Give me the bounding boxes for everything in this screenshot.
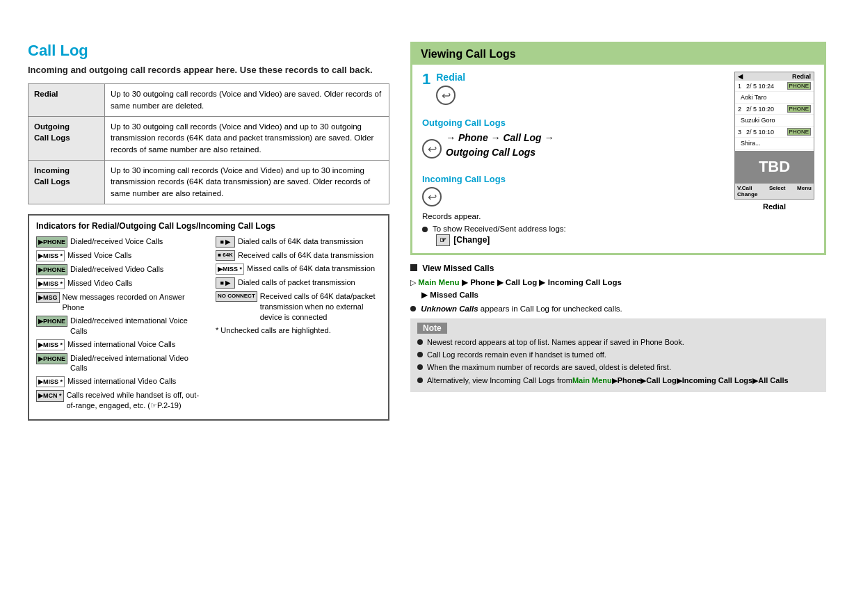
viewing-content: 1 Redial ↩ Outgoing Call Logs ↩ → Phone … xyxy=(412,65,824,253)
incoming-link: Incoming Call Logs xyxy=(682,375,752,386)
dialed-packet-icon: ■ ▶ xyxy=(216,277,235,289)
no-connect-icon: NO CONNECT xyxy=(216,291,257,302)
arrow-icon-4: ▶ xyxy=(421,290,430,300)
row-num-2: 2 xyxy=(738,106,746,113)
step1-label: Redial xyxy=(436,72,465,83)
indicator-text: Dialed/received international Voice Call… xyxy=(70,316,202,337)
to-show: To show Received/Sent address logs: xyxy=(422,225,724,233)
indicator-item: ▶MISS * Missed Voice Calls xyxy=(36,250,202,261)
table-content-incoming: Up to 30 incoming call records (Voice an… xyxy=(105,160,389,204)
row-num-3: 3 xyxy=(738,129,746,136)
indicator-item: ▶MISS * Missed international Video Calls xyxy=(36,376,202,387)
row-date-2: 2/ 5 10:20 xyxy=(746,106,787,113)
note-text-3: When the maximum number of records are s… xyxy=(427,362,671,373)
video-calls-icon: ▶PHONE xyxy=(36,264,67,275)
allcalls-link: All Calls xyxy=(758,375,788,386)
indicator-item: ▶MCN * Calls received while handset is o… xyxy=(36,390,202,411)
note-title: Note xyxy=(417,323,447,334)
phone-screen-header: ◀ Redial xyxy=(735,72,814,81)
note-item-1: Newest record appears at top of list. Na… xyxy=(417,337,819,348)
phone-link: Phone xyxy=(618,375,641,386)
note-arrow2: ▶ xyxy=(640,375,646,386)
outgoing-path-row: ↩ → Phone → Call Log → Outgoing Call Log… xyxy=(422,131,724,167)
main-menu-text: Main Menu xyxy=(418,278,459,286)
indicator-item: ▶MISS * Missed calls of 64K data transmi… xyxy=(216,264,381,275)
unchecked-note: * Unchecked calls are highlighted. xyxy=(216,326,381,334)
table-row: OutgoingCall Logs Up to 30 outgoing call… xyxy=(29,116,389,160)
indicator-item: NO CONNECT Received calls of 64K data/pa… xyxy=(216,291,381,323)
indicator-item: ■ ▶ Dialed calls of 64K data transmissio… xyxy=(216,236,381,248)
note-text-1: Newest record appears at top of list. Na… xyxy=(427,337,684,348)
phone-screenshot: ◀ Redial 1 2/ 5 10:24 PHONE Aoki Taro xyxy=(731,72,814,246)
records-appear: Records appear. xyxy=(422,212,724,220)
main-table: Redial Up to 30 outgoing call records (V… xyxy=(28,83,389,204)
phone-text: Phone xyxy=(470,278,494,286)
arrow-triangle-icon: ▷ xyxy=(410,278,416,286)
indicators-left: ▶PHONE Dialed/received Voice Calls ▶MISS… xyxy=(36,236,202,414)
arrow1: → xyxy=(446,132,458,143)
received-64k-icon: ■ 64K xyxy=(216,250,235,261)
indicator-text: Dialed/received international Video Call… xyxy=(70,353,202,374)
indicators-grid: ▶PHONE Dialed/received Voice Calls ▶MISS… xyxy=(36,236,381,414)
voice-calls-icon: ▶PHONE xyxy=(36,236,67,248)
missed-64k-icon: ▶MISS * xyxy=(216,264,244,275)
indicator-text: Missed Voice Calls xyxy=(67,250,202,261)
viewing-box: Viewing Call Logs 1 Redial ↩ Outgoing Ca… xyxy=(410,42,826,255)
indicator-item: ▶MISS * Missed international Voice Calls xyxy=(36,339,202,350)
unknown-calls-italic: Unknown Calls xyxy=(421,305,478,313)
square-bullet-icon xyxy=(410,264,417,271)
bullet-circle-icon xyxy=(410,306,416,311)
step1-content: Redial ↩ xyxy=(436,72,465,111)
mcn-icon: ▶MCN * xyxy=(36,390,64,401)
header-left: ◀ xyxy=(738,73,743,80)
intl-voice-icon: ▶PHONE xyxy=(36,316,67,327)
phone-row-name-2: Suzuki Goro xyxy=(735,115,814,127)
change-button[interactable]: ☞ [Change] xyxy=(436,234,490,246)
outgoing-calllog-text: Outgoing Call Logs xyxy=(446,147,535,158)
indicator-text: Missed international Video Calls xyxy=(67,376,202,387)
row-date-1: 2/ 5 10:24 xyxy=(746,83,787,90)
page-wrapper: Call Log Incoming and outgoing call reco… xyxy=(0,0,854,616)
indicator-item: ▶PHONE Dialed/received international Vid… xyxy=(36,353,202,374)
indicator-text: Missed Video Calls xyxy=(67,278,202,289)
unknown-calls-text: appears in Call Log for unchecked calls. xyxy=(481,305,622,313)
phone-text: Phone xyxy=(458,132,488,143)
phone-footer: V.CallChange Select Menu xyxy=(735,183,814,199)
header-right: Redial xyxy=(792,73,811,80)
unknown-calls-line: Unknown Calls appears in Call Log for un… xyxy=(410,305,826,313)
note-bullet-icon xyxy=(417,364,423,370)
indicator-text: Calls received while handset is off, out… xyxy=(67,390,202,411)
row-name-2: Suzuki Goro xyxy=(738,116,778,124)
note-arrow3: ▶ xyxy=(677,375,682,386)
note-text-2: Call Log records remain even if handset … xyxy=(427,350,606,360)
footer-left: V.CallChange xyxy=(737,185,757,197)
arrow-icon-3: ▶ xyxy=(539,277,547,287)
bullet-icon xyxy=(422,227,428,232)
indicator-text: New messages recorded on Answer Phone xyxy=(63,292,202,313)
redial-button-icon: ↩ xyxy=(436,86,456,105)
calllog-text: Call Log xyxy=(503,132,541,143)
phone-row-name-3: Shira... xyxy=(735,138,814,149)
intl-video-icon: ▶PHONE xyxy=(36,353,67,364)
incoming-section: Incoming Call Logs ↩ xyxy=(422,174,724,206)
row-icon-2: PHONE xyxy=(787,105,811,113)
step-number: 1 xyxy=(422,70,430,88)
note-item-2: Call Log records remain even if handset … xyxy=(417,350,819,360)
indicators-title: Indicators for Redial/Outgoing Call Logs… xyxy=(36,221,381,231)
footer-right: Menu xyxy=(797,185,812,197)
table-label-incoming: IncomingCall Logs xyxy=(29,160,105,204)
right-column: Viewing Call Logs 1 Redial ↩ Outgoing Ca… xyxy=(410,42,826,588)
indicator-text: Dialed calls of packet transmission xyxy=(238,277,381,288)
arrow2: → xyxy=(488,132,503,143)
table-content-outgoing: Up to 30 outgoing call records (Voice an… xyxy=(105,116,389,160)
indicator-item: ▶MISS * Missed Video Calls xyxy=(36,278,202,289)
view-missed-header: View Missed Calls xyxy=(410,264,826,273)
note-bullet-icon xyxy=(417,352,423,357)
arrow-icon-1: ▶ xyxy=(462,277,470,287)
phone-row-1: 1 2/ 5 10:24 PHONE xyxy=(735,81,814,92)
table-content-redial: Up to 30 outgoing call records (Voice an… xyxy=(105,84,389,116)
missed-calls-text: Missed Calls xyxy=(430,291,478,299)
redial-caption: Redial xyxy=(734,202,814,211)
indicator-text: Dialed calls of 64K data transmission xyxy=(238,236,381,247)
indicator-item: ▶PHONE Dialed/received international Voi… xyxy=(36,316,202,337)
